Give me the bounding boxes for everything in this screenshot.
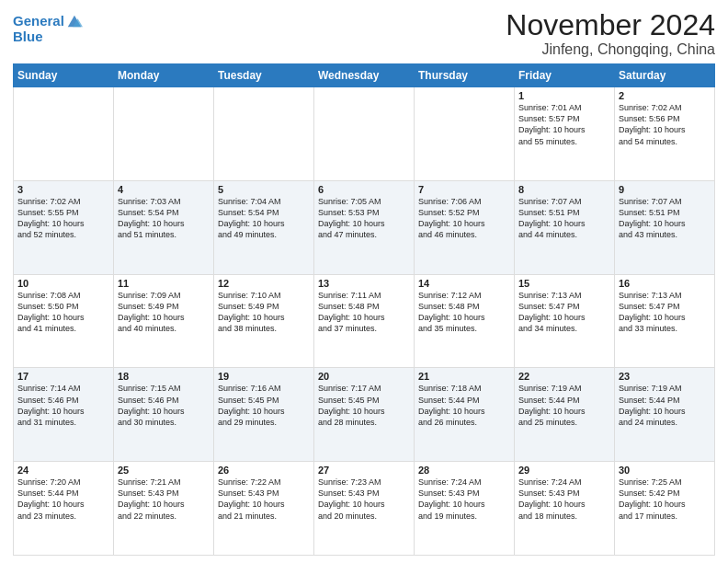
calendar-cell: 11Sunrise: 7:09 AM Sunset: 5:49 PM Dayli…: [114, 274, 214, 368]
day-info: Sunrise: 7:20 AM Sunset: 5:44 PM Dayligh…: [17, 477, 109, 522]
day-number: 24: [17, 465, 109, 476]
calendar-week-row: 24Sunrise: 7:20 AM Sunset: 5:44 PM Dayli…: [14, 462, 715, 556]
weekday-header-monday: Monday: [114, 64, 214, 87]
calendar-cell: 8Sunrise: 7:07 AM Sunset: 5:51 PM Daylig…: [515, 180, 615, 274]
day-info: Sunrise: 7:24 AM Sunset: 5:43 PM Dayligh…: [518, 477, 610, 522]
calendar-cell: [314, 87, 415, 181]
day-number: 17: [17, 371, 109, 382]
calendar-cell: 22Sunrise: 7:19 AM Sunset: 5:44 PM Dayli…: [515, 368, 615, 462]
logo: General Blue: [13, 13, 83, 45]
calendar-cell: 21Sunrise: 7:18 AM Sunset: 5:44 PM Dayli…: [415, 368, 515, 462]
day-info: Sunrise: 7:23 AM Sunset: 5:43 PM Dayligh…: [318, 477, 410, 522]
calendar-cell: 10Sunrise: 7:08 AM Sunset: 5:50 PM Dayli…: [14, 274, 114, 368]
day-info: Sunrise: 7:09 AM Sunset: 5:49 PM Dayligh…: [118, 290, 210, 335]
calendar-cell: 29Sunrise: 7:24 AM Sunset: 5:43 PM Dayli…: [515, 462, 615, 556]
day-number: 7: [418, 184, 510, 195]
day-info: Sunrise: 7:02 AM Sunset: 5:56 PM Dayligh…: [619, 102, 711, 147]
day-number: 23: [619, 371, 711, 382]
calendar-cell: 28Sunrise: 7:24 AM Sunset: 5:43 PM Dayli…: [415, 462, 515, 556]
calendar-cell: 24Sunrise: 7:20 AM Sunset: 5:44 PM Dayli…: [14, 462, 114, 556]
day-info: Sunrise: 7:18 AM Sunset: 5:44 PM Dayligh…: [418, 383, 510, 428]
day-number: 1: [518, 90, 610, 101]
logo-subtext: Blue: [13, 29, 83, 45]
day-number: 27: [318, 465, 410, 476]
day-info: Sunrise: 7:04 AM Sunset: 5:54 PM Dayligh…: [218, 196, 310, 241]
day-info: Sunrise: 7:10 AM Sunset: 5:49 PM Dayligh…: [218, 290, 310, 335]
header: General Blue November 2024 Jinfeng, Chon…: [13, 9, 715, 58]
calendar-cell: 14Sunrise: 7:12 AM Sunset: 5:48 PM Dayli…: [415, 274, 515, 368]
day-number: 19: [218, 371, 310, 382]
calendar-cell: [14, 87, 114, 181]
day-info: Sunrise: 7:05 AM Sunset: 5:53 PM Dayligh…: [318, 196, 410, 241]
weekday-header-thursday: Thursday: [415, 64, 515, 87]
calendar-cell: 15Sunrise: 7:13 AM Sunset: 5:47 PM Dayli…: [515, 274, 615, 368]
calendar-title: November 2024: [506, 9, 715, 41]
day-info: Sunrise: 7:21 AM Sunset: 5:43 PM Dayligh…: [118, 477, 210, 522]
day-number: 13: [318, 278, 410, 289]
calendar-cell: 23Sunrise: 7:19 AM Sunset: 5:44 PM Dayli…: [615, 368, 715, 462]
day-number: 29: [518, 465, 610, 476]
calendar-week-row: 3Sunrise: 7:02 AM Sunset: 5:55 PM Daylig…: [14, 180, 715, 274]
day-info: Sunrise: 7:15 AM Sunset: 5:46 PM Dayligh…: [118, 383, 210, 428]
day-info: Sunrise: 7:02 AM Sunset: 5:55 PM Dayligh…: [17, 196, 109, 241]
calendar-cell: 4Sunrise: 7:03 AM Sunset: 5:54 PM Daylig…: [114, 180, 214, 274]
calendar-cell: 3Sunrise: 7:02 AM Sunset: 5:55 PM Daylig…: [14, 180, 114, 274]
day-number: 3: [17, 184, 109, 195]
day-info: Sunrise: 7:13 AM Sunset: 5:47 PM Dayligh…: [619, 290, 711, 335]
day-info: Sunrise: 7:06 AM Sunset: 5:52 PM Dayligh…: [418, 196, 510, 241]
calendar-cell: 18Sunrise: 7:15 AM Sunset: 5:46 PM Dayli…: [114, 368, 214, 462]
calendar-subtitle: Jinfeng, Chongqing, China: [506, 41, 715, 58]
calendar-cell: 1Sunrise: 7:01 AM Sunset: 5:57 PM Daylig…: [515, 87, 615, 181]
day-info: Sunrise: 7:19 AM Sunset: 5:44 PM Dayligh…: [619, 383, 711, 428]
calendar-cell: 13Sunrise: 7:11 AM Sunset: 5:48 PM Dayli…: [314, 274, 415, 368]
calendar-cell: 26Sunrise: 7:22 AM Sunset: 5:43 PM Dayli…: [214, 462, 314, 556]
day-info: Sunrise: 7:07 AM Sunset: 5:51 PM Dayligh…: [518, 196, 610, 241]
calendar-cell: 27Sunrise: 7:23 AM Sunset: 5:43 PM Dayli…: [314, 462, 415, 556]
calendar-week-row: 1Sunrise: 7:01 AM Sunset: 5:57 PM Daylig…: [14, 87, 715, 181]
weekday-header-friday: Friday: [515, 64, 615, 87]
day-number: 21: [418, 371, 510, 382]
day-number: 5: [218, 184, 310, 195]
calendar-cell: 6Sunrise: 7:05 AM Sunset: 5:53 PM Daylig…: [314, 180, 415, 274]
day-number: 16: [619, 278, 711, 289]
day-number: 15: [518, 278, 610, 289]
weekday-header-tuesday: Tuesday: [214, 64, 314, 87]
calendar-cell: [114, 87, 214, 181]
day-info: Sunrise: 7:16 AM Sunset: 5:45 PM Dayligh…: [218, 383, 310, 428]
day-number: 11: [118, 278, 210, 289]
day-number: 6: [318, 184, 410, 195]
day-info: Sunrise: 7:22 AM Sunset: 5:43 PM Dayligh…: [218, 477, 310, 522]
day-number: 14: [418, 278, 510, 289]
day-info: Sunrise: 7:14 AM Sunset: 5:46 PM Dayligh…: [17, 383, 109, 428]
day-number: 12: [218, 278, 310, 289]
calendar-cell: 17Sunrise: 7:14 AM Sunset: 5:46 PM Dayli…: [14, 368, 114, 462]
day-info: Sunrise: 7:25 AM Sunset: 5:42 PM Dayligh…: [619, 477, 711, 522]
logo-icon: [66, 13, 83, 29]
calendar-cell: [415, 87, 515, 181]
calendar-cell: 20Sunrise: 7:17 AM Sunset: 5:45 PM Dayli…: [314, 368, 415, 462]
day-info: Sunrise: 7:12 AM Sunset: 5:48 PM Dayligh…: [418, 290, 510, 335]
calendar-cell: 19Sunrise: 7:16 AM Sunset: 5:45 PM Dayli…: [214, 368, 314, 462]
day-info: Sunrise: 7:11 AM Sunset: 5:48 PM Dayligh…: [318, 290, 410, 335]
page: General Blue November 2024 Jinfeng, Chon…: [0, 0, 728, 563]
day-number: 2: [619, 90, 711, 101]
calendar-week-row: 10Sunrise: 7:08 AM Sunset: 5:50 PM Dayli…: [14, 274, 715, 368]
calendar-cell: 30Sunrise: 7:25 AM Sunset: 5:42 PM Dayli…: [615, 462, 715, 556]
day-number: 20: [318, 371, 410, 382]
day-number: 18: [118, 371, 210, 382]
day-number: 9: [619, 184, 711, 195]
calendar-cell: 25Sunrise: 7:21 AM Sunset: 5:43 PM Dayli…: [114, 462, 214, 556]
weekday-header-wednesday: Wednesday: [314, 64, 415, 87]
day-number: 25: [118, 465, 210, 476]
day-number: 26: [218, 465, 310, 476]
day-info: Sunrise: 7:07 AM Sunset: 5:51 PM Dayligh…: [619, 196, 711, 241]
calendar-cell: 9Sunrise: 7:07 AM Sunset: 5:51 PM Daylig…: [615, 180, 715, 274]
day-info: Sunrise: 7:19 AM Sunset: 5:44 PM Dayligh…: [518, 383, 610, 428]
calendar-cell: 5Sunrise: 7:04 AM Sunset: 5:54 PM Daylig…: [214, 180, 314, 274]
day-number: 10: [17, 278, 109, 289]
calendar-cell: 12Sunrise: 7:10 AM Sunset: 5:49 PM Dayli…: [214, 274, 314, 368]
day-number: 4: [118, 184, 210, 195]
logo-text: General: [13, 14, 64, 29]
calendar-cell: 7Sunrise: 7:06 AM Sunset: 5:52 PM Daylig…: [415, 180, 515, 274]
day-number: 30: [619, 465, 711, 476]
